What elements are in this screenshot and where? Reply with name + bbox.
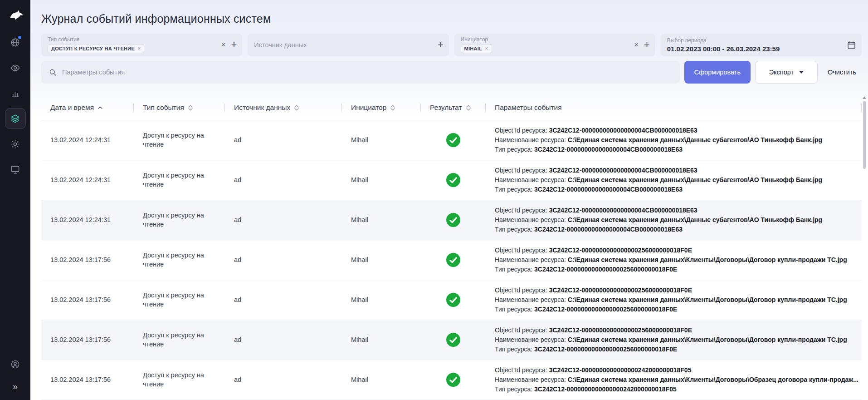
cell-result [421,252,486,267]
events-table: Дата и время Тип события Источник данных… [41,95,862,400]
event-param: Object Id ресурса: 3C242C12-000000000000… [495,286,857,295]
success-check-icon [446,332,461,347]
sort-icon [466,105,471,111]
cell-initiator: Mihail [342,256,421,265]
cell-initiator: Mihail [342,176,421,185]
remove-tag-icon[interactable]: × [137,45,141,52]
sidebar-item-monitoring[interactable] [5,57,26,78]
table-row[interactable]: 13.02.2024 12:24:31 Доступ к ресурсу на … [41,200,862,240]
sort-icon [188,105,193,111]
search-input[interactable] [62,69,673,76]
remove-tag-icon[interactable]: × [485,45,488,52]
add-filter-icon[interactable]: + [231,40,237,50]
export-button[interactable]: Экспорт [755,61,818,84]
notification-dot [18,36,21,39]
add-filter-icon[interactable]: + [644,40,650,50]
monitor-icon [10,164,20,175]
scroll-up-icon[interactable] [863,96,866,99]
table-body: 13.02.2024 12:24:31 Доступ к ресурсу на … [41,120,862,400]
success-check-icon [446,252,461,267]
table-row[interactable]: 13.02.2024 13:17:56 Доступ к ресурсу на … [41,320,862,360]
sidebar-collapse-button[interactable]: » [10,379,20,394]
cell-event-type: Доступ к ресурсу на чтение [134,131,225,149]
filter-period[interactable]: Выбор периода 01.02.2023 00:00 - 26.03.2… [661,34,862,56]
event-param: Object Id ресурса: 3C242C12-000000000000… [495,166,857,175]
table-row[interactable]: 13.02.2024 13:17:56 Доступ к ресурсу на … [41,280,862,320]
table-row[interactable]: 13.02.2024 12:24:31 Доступ к ресурсу на … [41,160,862,200]
cell-result [421,372,486,387]
table-row[interactable]: 13.02.2024 13:17:56 Доступ к ресурсу на … [41,360,862,400]
cell-source: ad [225,216,342,225]
event-param: Наименование ресурса: C:\Единая система … [495,335,857,345]
sort-icon [294,105,299,111]
sidebar-item-globe[interactable] [5,32,26,53]
filter-bar: Тип события ДОСТУП К РЕСУРСУ НА ЧТЕНИЕ ×… [41,34,862,56]
sidebar-item-settings[interactable] [5,133,26,154]
success-check-icon [446,372,461,387]
header-label: Параметры события [495,104,562,112]
table-header-cell[interactable]: Тип события [134,95,225,120]
table-row[interactable]: 13.02.2024 13:17:56 Доступ к ресурсу на … [41,240,862,280]
filter-label: Инициатор [461,37,634,42]
header-label: Источник данных [234,104,290,112]
event-param: Object Id ресурса: 3C242C12-000000000000… [495,126,857,135]
sidebar-item-event-log[interactable] [5,108,26,129]
event-param: Наименование ресурса: C:\Единая система … [495,175,857,185]
cell-source: ad [225,136,342,145]
chevron-down-icon [799,71,804,74]
table-header-cell[interactable]: Параметры события [486,95,862,120]
cell-event-type: Доступ к ресурсу на чтение [134,251,225,269]
event-param: Наименование ресурса: C:\Единая система … [495,375,858,385]
account-icon [10,359,20,370]
generate-button[interactable]: Сформировать [684,61,751,84]
scrollbar-thumb[interactable] [863,101,866,169]
sidebar-item-devices[interactable] [5,159,26,180]
cell-source: ad [225,336,342,345]
clear-filter-icon[interactable]: × [221,41,225,49]
app-logo-icon [5,5,25,25]
search-icon [49,68,57,77]
table-header-cell[interactable]: Результат [421,95,486,120]
eye-icon [10,63,20,73]
add-filter-icon[interactable]: + [438,40,444,50]
cell-params: Object Id ресурса: 3C242C12-000000000000… [486,166,862,194]
cell-event-type: Доступ к ресурсу на чтение [134,331,225,349]
filter-initiator[interactable]: Инициатор MIHAIL × × + [454,34,655,56]
cell-source: ad [225,256,342,265]
cell-datetime: 13.02.2024 12:24:31 [41,176,134,185]
table-header-cell[interactable]: Источник данных [225,95,342,120]
header-label: Тип события [143,104,184,112]
filter-event-type[interactable]: Тип события ДОСТУП К РЕСУРСУ НА ЧТЕНИЕ ×… [41,34,242,56]
cell-result [421,292,486,307]
calendar-icon[interactable] [847,40,856,50]
cell-datetime: 13.02.2024 13:17:56 [41,296,134,305]
clear-button[interactable]: Очистить [822,69,862,76]
event-param: Object Id ресурса: 3C242C12-000000000000… [495,326,857,335]
event-param: Наименование ресурса: C:\Единая система … [495,215,857,225]
cell-source: ad [225,296,342,305]
filter-data-source[interactable]: Источник данных + [248,34,449,56]
clear-filter-icon[interactable]: × [634,41,639,49]
event-param: Наименование ресурса: C:\Единая система … [495,135,857,145]
bar-chart-icon [10,88,20,99]
cell-datetime: 13.02.2024 13:17:56 [41,256,134,265]
cell-source: ad [225,176,342,185]
sort-icon [98,106,102,109]
cell-datetime: 13.02.2024 13:17:56 [41,336,134,345]
filter-tag-initiator[interactable]: MIHAIL × [461,44,492,53]
header-label: Дата и время [50,104,94,112]
table-row[interactable]: 13.02.2024 12:24:31 Доступ к ресурсу на … [41,120,862,160]
period-value: 01.02.2023 00:00 - 26.03.2024 23:59 [667,45,847,53]
event-param: Тип ресурса: 3C242C12-000000000000000025… [495,265,857,274]
table-header-cell[interactable]: Дата и время [41,95,134,120]
table-scrollbar[interactable] [862,96,867,398]
header-label: Результат [430,104,462,112]
sidebar-item-reports[interactable] [5,83,26,104]
table-header-cell[interactable]: Инициатор [342,95,421,120]
sidebar-item-account[interactable] [5,354,26,375]
cell-event-type: Доступ к ресурсу на чтение [134,171,225,189]
search-box[interactable] [41,61,680,84]
filter-label: Тип события [48,37,221,42]
filter-tag-event-type[interactable]: ДОСТУП К РЕСУРСУ НА ЧТЕНИЕ × [48,44,144,53]
gear-icon [10,139,20,149]
